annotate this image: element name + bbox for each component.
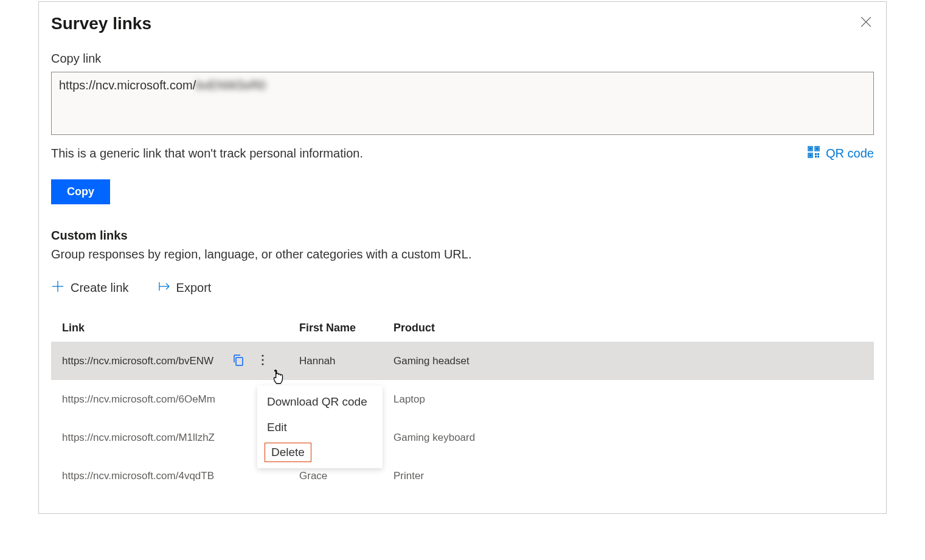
table-row[interactable]: https://ncv.microsoft.com/6OeMm Laptop (51, 380, 874, 418)
survey-url-box[interactable]: https://ncv.microsoft.com/bvENW3xR0 (51, 72, 874, 135)
svg-rect-8 (815, 153, 817, 155)
cell-link: https://ncv.microsoft.com/M1llzhZ (62, 432, 232, 444)
plus-icon (51, 280, 64, 296)
svg-rect-3 (809, 148, 811, 150)
col-header-first-name: First Name (299, 322, 393, 334)
custom-links-table: Link First Name Product https://ncv.micr… (51, 314, 874, 495)
cell-product: Gaming keyboard (393, 432, 863, 444)
col-header-product: Product (393, 322, 863, 334)
svg-rect-9 (817, 156, 819, 157)
export-icon (157, 280, 170, 296)
menu-edit[interactable]: Edit (257, 415, 383, 440)
cell-first-name: Grace (299, 470, 393, 482)
row-context-menu: Download QR code Edit Delete (257, 385, 383, 468)
generic-link-hint: This is a generic link that won't track … (51, 147, 363, 161)
custom-links-actions: Create link Export (51, 280, 874, 296)
table-row[interactable]: https://ncv.microsoft.com/bvENW Hannah G… (51, 342, 874, 380)
custom-links-description: Group responses by region, language, or … (51, 247, 874, 261)
export-button[interactable]: Export (157, 280, 212, 296)
cell-link: https://ncv.microsoft.com/4vqdTB (62, 470, 232, 482)
export-label: Export (176, 281, 212, 295)
custom-links-title: Custom links (51, 229, 874, 243)
more-icon[interactable] (257, 354, 266, 369)
close-icon (861, 20, 871, 29)
menu-delete[interactable]: Delete (265, 443, 311, 462)
hint-row: This is a generic link that won't track … (51, 146, 874, 161)
copy-button[interactable]: Copy (51, 179, 110, 204)
create-link-button[interactable]: Create link (51, 280, 129, 296)
menu-download-qr[interactable]: Download QR code (257, 389, 383, 415)
dialog-title: Survey links (51, 14, 151, 33)
cell-product: Printer (393, 470, 863, 482)
row-actions (232, 354, 299, 369)
svg-rect-7 (809, 154, 811, 156)
survey-links-dialog: Survey links Copy link https://ncv.micro… (38, 1, 887, 514)
cell-product: Gaming headset (393, 355, 863, 367)
table-row[interactable]: https://ncv.microsoft.com/4vqdTB Grace P… (51, 457, 874, 495)
table-header: Link First Name Product (51, 314, 874, 342)
create-link-label: Create link (71, 281, 129, 295)
svg-point-19 (262, 363, 263, 365)
dialog-header: Survey links (51, 14, 874, 33)
svg-rect-10 (817, 153, 819, 155)
svg-rect-5 (816, 148, 818, 150)
table-row[interactable]: https://ncv.microsoft.com/M1llzhZ Gaming… (51, 418, 874, 457)
cell-link: https://ncv.microsoft.com/6OeMm (62, 393, 232, 406)
copy-icon[interactable] (232, 354, 244, 369)
col-header-link: Link (62, 322, 299, 334)
cell-link: https://ncv.microsoft.com/bvENW (62, 355, 232, 367)
url-blurred-part: bvENW3xR0 (196, 78, 265, 92)
qr-code-link[interactable]: QR code (808, 146, 874, 161)
copy-link-label: Copy link (51, 52, 874, 66)
qr-code-label: QR code (826, 147, 874, 161)
svg-rect-16 (236, 358, 243, 365)
svg-rect-11 (815, 156, 817, 157)
qr-code-icon (808, 146, 820, 161)
svg-point-17 (262, 354, 263, 356)
svg-point-18 (262, 359, 263, 361)
cell-product: Laptop (393, 393, 863, 406)
close-button[interactable] (858, 14, 874, 32)
cell-first-name: Hannah (299, 355, 393, 367)
url-prefix: https://ncv.microsoft.com/ (59, 78, 196, 92)
